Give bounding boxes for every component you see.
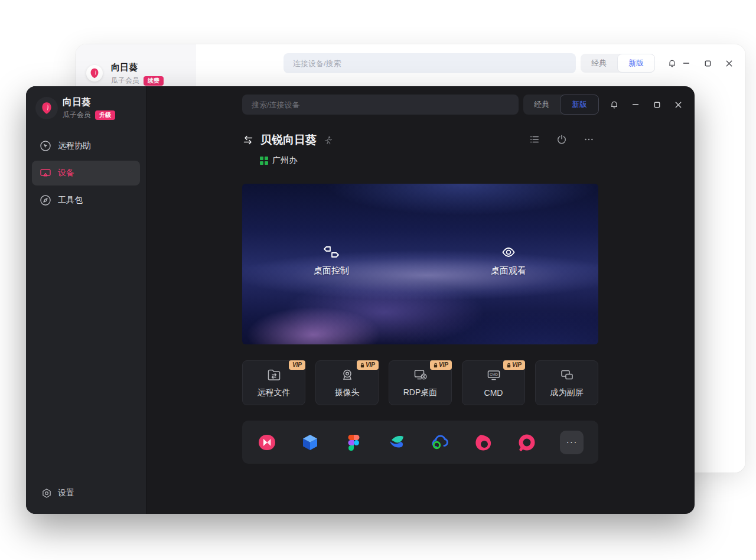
membership-label: 瓜子会员 bbox=[63, 110, 91, 120]
sunflower-logo-icon bbox=[86, 65, 103, 82]
action-label: RDP桌面 bbox=[403, 388, 438, 398]
vip-badge: VIP bbox=[289, 360, 305, 370]
sidebar-item-label: 设备 bbox=[58, 168, 74, 178]
sidebar-item-label: 工具包 bbox=[58, 195, 83, 206]
eye-icon bbox=[500, 245, 517, 260]
new-version-tab[interactable]: 新版 bbox=[617, 54, 655, 73]
upgrade-badge[interactable]: 升级 bbox=[95, 110, 115, 120]
remote-file-icon bbox=[266, 367, 282, 383]
lock-icon bbox=[434, 363, 438, 368]
second-screen-button[interactable]: 成为副屏 bbox=[535, 360, 598, 405]
svg-text:CMD: CMD bbox=[489, 372, 498, 376]
device-group-label: 广州办 bbox=[272, 155, 297, 166]
sidebar: 向日葵 瓜子会员 升级 远程协助 设备 工具包 bbox=[26, 86, 146, 514]
classic-tab[interactable]: 经典 bbox=[523, 99, 560, 110]
device-header-actions bbox=[529, 134, 595, 145]
more-apps-button[interactable]: ··· bbox=[560, 431, 584, 454]
vip-badge-locked: VIP bbox=[430, 360, 452, 370]
running-icon bbox=[323, 135, 333, 145]
lock-icon bbox=[507, 363, 511, 368]
app-title: 向日葵 bbox=[63, 96, 91, 109]
notification-bell-icon[interactable] bbox=[667, 58, 677, 69]
more-ellipsis-icon[interactable] bbox=[583, 134, 595, 145]
second-screen-icon bbox=[559, 367, 575, 383]
settings-button[interactable]: 设置 bbox=[41, 488, 74, 499]
swap-connection-icon[interactable] bbox=[242, 134, 254, 146]
membership-label: 瓜子会员 bbox=[111, 76, 139, 86]
device-icon bbox=[40, 167, 51, 179]
device-group-row: 广州办 bbox=[260, 155, 297, 166]
desktop-preview: 桌面控制 桌面观看 bbox=[242, 184, 598, 344]
sidebar-item-remote-assist[interactable]: 远程协助 bbox=[32, 134, 140, 158]
membership-row: 瓜子会员 续费 bbox=[111, 76, 164, 86]
action-label: 桌面控制 bbox=[314, 265, 349, 276]
secondary-actions-row: VIP 远程文件 VIP 摄像头 VIP RDP bbox=[242, 360, 598, 405]
remote-file-button[interactable]: VIP 远程文件 bbox=[242, 360, 305, 405]
app-shortcuts-row: ··· bbox=[242, 421, 598, 464]
swap-arrows-icon bbox=[322, 245, 340, 260]
sidebar-item-toolkit[interactable]: 工具包 bbox=[32, 188, 140, 213]
maximize-icon[interactable] bbox=[702, 58, 713, 69]
version-toggle: 经典 新版 bbox=[581, 54, 655, 73]
rdp-desktop-icon bbox=[413, 367, 428, 383]
camera-button[interactable]: VIP 摄像头 bbox=[315, 360, 379, 405]
action-label: 摄像头 bbox=[335, 388, 360, 398]
action-label: CMD bbox=[484, 388, 503, 398]
lock-icon bbox=[360, 363, 364, 368]
renew-badge[interactable]: 续费 bbox=[144, 76, 164, 86]
more-apps-glyph: ··· bbox=[566, 437, 577, 448]
sunflower-remote-app-icon[interactable] bbox=[257, 432, 277, 452]
notification-bell-icon[interactable] bbox=[609, 99, 620, 110]
close-icon[interactable] bbox=[724, 58, 734, 69]
device-title: 贝锐向日葵 bbox=[260, 132, 317, 148]
blue-cube-app-icon[interactable] bbox=[300, 432, 320, 452]
rdp-desktop-button[interactable]: VIP RDP桌面 bbox=[389, 360, 452, 405]
vip-badge-locked: VIP bbox=[503, 360, 525, 370]
version-toggle: 经典 新版 bbox=[523, 95, 599, 115]
close-icon[interactable] bbox=[673, 99, 683, 110]
camera-icon bbox=[340, 367, 355, 383]
device-header: 贝锐向日葵 bbox=[242, 132, 333, 148]
oray-ring-app-icon[interactable] bbox=[517, 432, 537, 452]
online-grid-icon bbox=[260, 157, 268, 165]
app-title: 向日葵 bbox=[111, 62, 138, 73]
cmd-icon: CMD bbox=[486, 368, 501, 383]
cloud-app-icon[interactable] bbox=[430, 432, 450, 452]
sidebar-item-devices[interactable]: 设备 bbox=[32, 161, 140, 185]
desktop-control-button[interactable]: 桌面控制 bbox=[284, 245, 379, 276]
minimize-icon[interactable] bbox=[630, 99, 641, 110]
sidebar-menu: 远程协助 设备 工具包 bbox=[32, 134, 140, 215]
figma-app-icon[interactable] bbox=[344, 432, 364, 452]
settings-label: 设置 bbox=[58, 488, 74, 499]
desktop-watch-button[interactable]: 桌面观看 bbox=[461, 245, 556, 276]
action-label: 成为副屏 bbox=[550, 388, 584, 398]
new-version-tab[interactable]: 新版 bbox=[560, 95, 599, 115]
search-input[interactable] bbox=[242, 95, 519, 115]
sidebar-item-label: 远程协助 bbox=[58, 141, 91, 151]
oray-drop-app-icon[interactable] bbox=[473, 432, 493, 452]
list-view-icon[interactable] bbox=[529, 134, 540, 145]
action-label: 远程文件 bbox=[258, 388, 291, 398]
gear-icon bbox=[41, 488, 52, 499]
vip-badge-locked: VIP bbox=[357, 360, 379, 370]
maximize-icon[interactable] bbox=[651, 99, 662, 110]
remote-assist-icon bbox=[40, 140, 51, 152]
action-label: 桌面观看 bbox=[491, 265, 526, 276]
cmd-button[interactable]: VIP CMD CMD bbox=[462, 360, 525, 405]
classic-tab[interactable]: 经典 bbox=[581, 58, 617, 69]
search-input[interactable] bbox=[284, 53, 576, 73]
main-window: 向日葵 瓜子会员 升级 远程协助 设备 工具包 bbox=[26, 86, 695, 514]
power-icon[interactable] bbox=[556, 134, 568, 145]
membership-row: 瓜子会员 升级 bbox=[63, 110, 115, 120]
toolkit-icon bbox=[40, 194, 51, 206]
sunflower-logo-icon bbox=[35, 97, 58, 119]
dandelion-app-icon[interactable] bbox=[387, 432, 407, 452]
minimize-icon[interactable] bbox=[681, 58, 692, 69]
